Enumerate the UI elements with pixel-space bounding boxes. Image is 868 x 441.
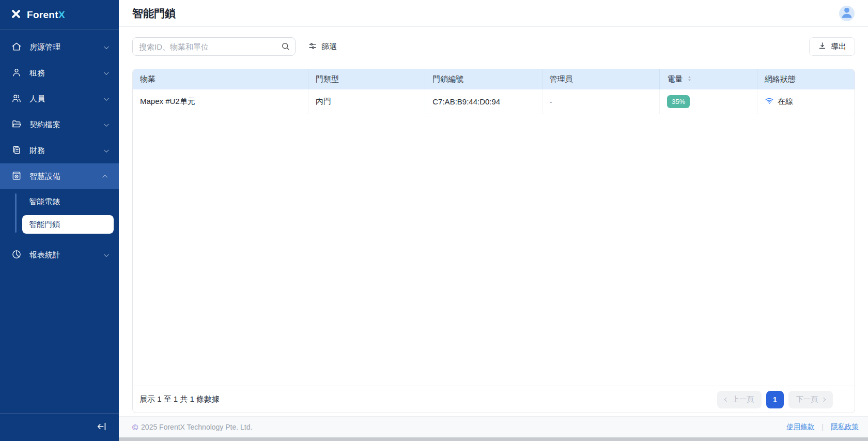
copyright-icon: ©	[132, 423, 138, 432]
next-page-button[interactable]: 下一頁	[788, 391, 833, 408]
cell-battery: 35%	[660, 89, 757, 114]
page-footer: © 2025 ForentX Technology Pte. Ltd. 使用條款…	[119, 416, 868, 437]
cell-lock-code: C7:AB:B9:44:D0:94	[425, 89, 542, 114]
download-icon	[818, 41, 827, 52]
cell-manager: -	[542, 89, 660, 114]
home-icon	[11, 41, 22, 53]
chevron-down-icon	[104, 96, 109, 101]
chevron-down-icon	[104, 70, 109, 75]
sidebar-item-reports[interactable]: 報表統計	[0, 242, 119, 268]
submenu-indent-guide	[15, 193, 17, 233]
toolbar: 篩選 導出	[132, 37, 855, 56]
pagination-bar: 展示 1 至 1 共 1 條數據 上一頁 1 下一頁	[133, 386, 855, 413]
sidebar-item-label: 契約檔案	[29, 120, 60, 130]
sidebar-subitem-smart-meter[interactable]: 智能電錶	[0, 190, 119, 213]
sidebar-item-smart-devices[interactable]: 智慧設備	[0, 163, 119, 189]
sidebar-item-tenancy[interactable]: 租務	[0, 60, 119, 86]
people-icon	[11, 93, 22, 105]
user-avatar[interactable]	[839, 6, 855, 21]
sidebar-item-label: 人員	[29, 94, 45, 104]
search-box	[132, 37, 296, 56]
search-input[interactable]	[132, 37, 296, 56]
cell-network-status: 在線	[757, 89, 855, 114]
main-area: 智能門鎖 篩選 導出	[119, 0, 868, 441]
folder-icon	[11, 119, 22, 131]
cell-door-type: 内門	[308, 89, 425, 114]
sidebar-item-label: 房源管理	[29, 42, 60, 52]
smart-devices-submenu: 智能電錶 智能門鎖	[0, 189, 119, 242]
chevron-down-icon	[104, 44, 109, 49]
next-page-label: 下一頁	[796, 395, 818, 404]
chevron-down-icon	[104, 147, 109, 153]
chevron-right-icon	[822, 397, 826, 401]
column-header-battery: 電量	[660, 69, 757, 89]
column-header-lock-code: 門鎖編號	[425, 69, 542, 89]
smart-device-icon	[11, 171, 22, 183]
sidebar-footer	[0, 413, 119, 441]
sidebar-item-label: 智慧設備	[29, 172, 60, 181]
sidebar-item-label: 財務	[29, 146, 45, 156]
app-window: ForentX 房源管理 租務 人員 契約檔案	[0, 0, 868, 441]
column-header-battery-label: 電量	[667, 74, 683, 84]
chevron-down-icon	[104, 121, 109, 127]
pagination-summary: 展示 1 至 1 共 1 條數據	[140, 394, 220, 404]
footer-links: 使用條款 | 隱私政策	[786, 422, 859, 432]
wifi-icon	[765, 96, 774, 107]
magnifier-icon	[281, 41, 290, 53]
prev-page-label: 上一頁	[732, 395, 754, 404]
copyright-text: 2025 ForentX Technology Pte. Ltd.	[141, 423, 252, 431]
pie-chart-icon	[11, 249, 22, 261]
table-header-row: 物業 門類型 門鎖編號 管理員 電量 網絡狀態	[133, 69, 855, 89]
sidebar-item-personnel[interactable]: 人員	[0, 86, 119, 112]
sidebar-item-label: 報表統計	[29, 250, 60, 260]
network-status-label: 在線	[778, 97, 793, 107]
page-title: 智能門鎖	[132, 6, 176, 21]
collapse-sidebar-icon	[96, 421, 107, 434]
chevron-left-icon	[724, 397, 729, 401]
table-row[interactable]: Mapex #U2单元 内門 C7:AB:B9:44:D0:94 - 35% 在…	[133, 89, 855, 114]
export-button[interactable]: 導出	[809, 37, 855, 56]
page-number-button[interactable]: 1	[766, 391, 784, 408]
chevron-up-icon	[102, 174, 107, 179]
sidebar-item-contracts[interactable]: 契約檔案	[0, 112, 119, 138]
sidebar-item-label: 租務	[29, 68, 45, 78]
brand-name: ForentX	[27, 9, 65, 21]
sidebar-item-properties[interactable]: 房源管理	[0, 34, 119, 60]
locks-table: 物業 門類型 門鎖編號 管理員 電量 網絡狀態	[133, 69, 855, 114]
cell-property: Mapex #U2单元	[133, 89, 308, 114]
filter-button-label: 篩選	[321, 42, 337, 52]
top-bar: 智能門鎖	[119, 0, 868, 27]
chevron-down-icon	[104, 252, 109, 257]
tenant-icon	[11, 67, 22, 79]
prev-page-button[interactable]: 上一頁	[717, 391, 762, 408]
filter-button[interactable]: 篩選	[308, 41, 337, 52]
column-header-door-type: 門類型	[308, 69, 425, 89]
pagination-controls: 上一頁 1 下一頁	[717, 391, 833, 408]
table-empty-space	[133, 114, 855, 386]
finance-documents-icon	[11, 145, 22, 157]
sliders-icon	[308, 41, 317, 52]
export-button-label: 導出	[831, 42, 846, 52]
sort-toggle-icon[interactable]	[686, 75, 693, 84]
page-content: 篩選 導出 物業 門類型 門鎖編號	[119, 27, 868, 416]
column-header-network-status: 網絡狀態	[757, 69, 855, 89]
collapse-sidebar-button[interactable]	[96, 421, 107, 434]
sidebar-item-finance[interactable]: 財務	[0, 138, 119, 163]
horizontal-scrollbar[interactable]	[119, 437, 868, 441]
brand-logo: ForentX	[0, 0, 119, 30]
locks-table-card: 物業 門類型 門鎖編號 管理員 電量 網絡狀態	[132, 69, 855, 413]
battery-badge: 35%	[667, 95, 690, 108]
sidebar: ForentX 房源管理 租務 人員 契約檔案	[0, 0, 119, 441]
user-avatar-icon	[839, 5, 855, 22]
privacy-link[interactable]: 隱私政策	[831, 422, 859, 432]
sidebar-subitem-label: 智能電錶	[29, 197, 60, 207]
x-mark-icon	[10, 8, 22, 22]
column-header-manager: 管理員	[542, 69, 660, 89]
sidebar-subitem-smart-lock[interactable]: 智能門鎖	[22, 215, 114, 234]
column-header-property: 物業	[133, 69, 308, 89]
terms-link[interactable]: 使用條款	[786, 422, 814, 432]
copyright: © 2025 ForentX Technology Pte. Ltd.	[132, 423, 252, 432]
sidebar-nav: 房源管理 租務 人員 契約檔案 財務	[0, 30, 119, 268]
link-separator: |	[822, 423, 824, 431]
sidebar-subitem-label: 智能門鎖	[29, 220, 60, 230]
